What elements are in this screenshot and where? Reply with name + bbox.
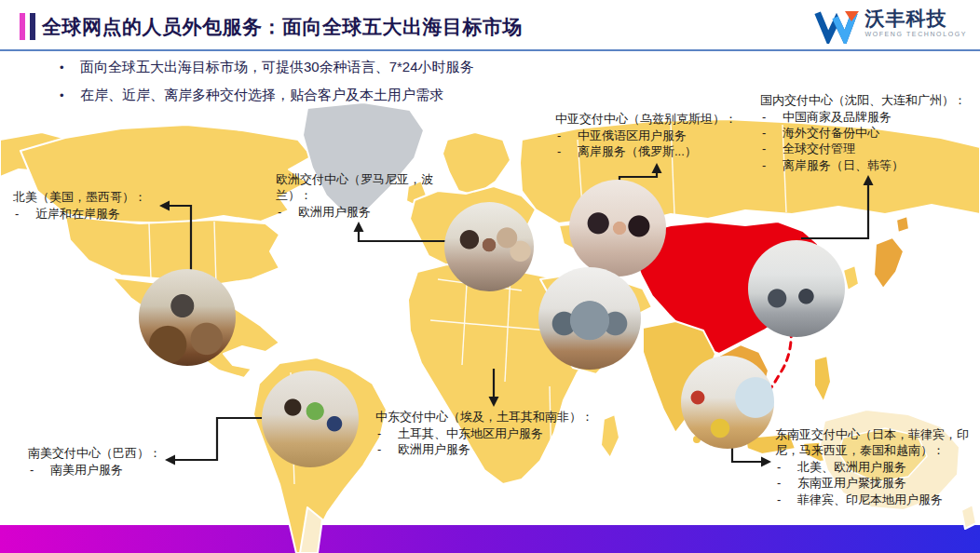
callout-europe: 欧洲交付中心（罗马尼亚，波兰）： 欧洲用户服务 <box>276 171 434 220</box>
callout-title: 欧洲交付中心（罗马尼亚，波兰）： <box>276 171 434 203</box>
w-logo-icon <box>814 8 859 47</box>
callout-title: 北美（美国，墨西哥）： <box>13 189 181 205</box>
callout-central-asia: 中亚交付中心（乌兹别克斯坦）： 中亚俄语区用户服务 离岸服务（俄罗斯...） <box>555 111 771 159</box>
callout-item: 北美、欧洲用户服务 <box>775 459 980 475</box>
callout-item: 菲律宾、印尼本地用户服务 <box>775 492 980 507</box>
callout-item: 欧洲用户服务 <box>375 441 610 457</box>
company-logo: 沃丰科技 WOFENG TECHNOLOGY <box>814 8 967 47</box>
photo-central-asia <box>569 180 666 276</box>
photo-middle-east <box>538 267 641 370</box>
page-title: 全球网点的人员外包服务：面向全球五大出海目标市场 <box>42 14 523 40</box>
callout-item: 南美用户服务 <box>28 462 214 478</box>
callout-north-america: 北美（美国，墨西哥）： 近岸和在岸服务 <box>13 189 181 222</box>
bullet-item: • 面向全球五大出海目标市场，可提供30余种语言、7*24小时服务 <box>60 58 474 76</box>
callout-item: 中亚俄语区用户服务 <box>555 128 771 143</box>
bullet-dot: • <box>60 58 80 76</box>
callout-title: 中东交付中心（埃及，土耳其和南非）： <box>375 409 610 425</box>
callout-item: 离岸服务（日、韩等） <box>760 157 980 173</box>
callout-item: 海外交付备份中心 <box>760 125 980 141</box>
callout-title: 东南亚交付中心（日本，菲律宾，印尼，马来西亚，泰国和越南）： <box>775 426 980 458</box>
callout-middle-east: 中东交付中心（埃及，土耳其和南非）： 土耳其、中东地区用户服务 欧洲用户服务 <box>375 409 610 457</box>
bullet-item: • 在岸、近岸、离岸多种交付选择，贴合客户及本土用户需求 <box>60 86 474 104</box>
callout-title: 国内交付中心（沈阳、大连和广州）： <box>760 92 980 108</box>
intro-bullets: • 面向全球五大出海目标市场，可提供30余种语言、7*24小时服务 • 在岸、近… <box>60 58 474 115</box>
bullet-dot: • <box>60 86 80 104</box>
callout-domestic-china: 国内交付中心（沈阳、大连和广州）： 中国商家及品牌服务 海外交付备份中心 全球交… <box>760 92 980 173</box>
logo-name: 沃丰科技 <box>864 8 967 28</box>
bullet-text: 面向全球五大出海目标市场，可提供30余种语言、7*24小时服务 <box>80 58 474 76</box>
logo-subtitle: WOFENG TECHNOLOGY <box>864 31 967 37</box>
callout-item: 全球交付管理 <box>760 141 980 156</box>
callout-item: 离岸服务（俄罗斯...） <box>555 143 771 159</box>
callout-southeast-asia: 东南亚交付中心（日本，菲律宾，印尼，马来西亚，泰国和越南）： 北美、欧洲用户服务… <box>775 426 980 507</box>
callout-item: 近岸和在岸服务 <box>13 206 181 222</box>
header-divider <box>0 49 980 51</box>
callout-item: 土耳其、中东地区用户服务 <box>375 425 610 441</box>
photo-europe <box>444 202 534 291</box>
callout-title: 南美交付中心（巴西）： <box>28 445 214 461</box>
callout-item: 东南亚用户聚拢服务 <box>775 475 980 491</box>
callout-item: 中国商家及品牌服务 <box>760 109 980 125</box>
photo-domestic-china <box>748 240 845 337</box>
photo-southeast-asia <box>681 356 774 449</box>
callout-south-america: 南美交付中心（巴西）： 南美用户服务 <box>28 445 214 478</box>
bullet-text: 在岸、近岸、离岸多种交付选择，贴合客户及本土用户需求 <box>80 86 443 104</box>
photo-south-america <box>262 371 359 467</box>
photo-north-america <box>139 269 236 366</box>
callout-item: 欧洲用户服务 <box>276 204 434 220</box>
callout-title: 中亚交付中心（乌兹别克斯坦）： <box>555 111 771 127</box>
